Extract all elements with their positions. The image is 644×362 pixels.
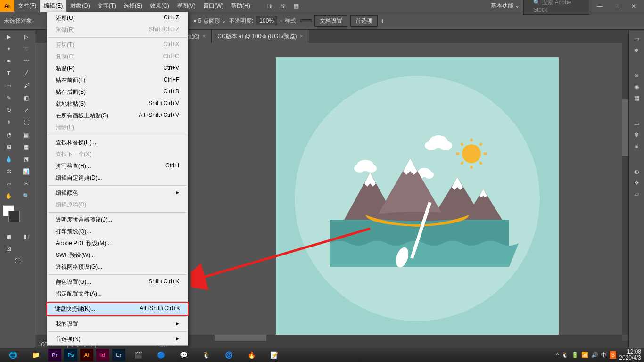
tray-ime-icon[interactable]: 中 [601,351,607,359]
tray-volume-icon[interactable]: 🔊 [591,352,598,358]
cc-icon[interactable]: ∞ [635,72,639,79]
libraries-icon[interactable]: ♣ [635,47,638,53]
movie-icon[interactable]: 🎬 [128,349,148,361]
menu-cut[interactable]: 剪切(T)Ctrl+X [47,39,188,51]
lasso-tool[interactable]: ➰ [17,43,35,55]
lightroom-icon[interactable]: Lr [112,349,125,361]
menu-undo[interactable]: 还原(U)Ctrl+Z [47,12,188,24]
line-tool[interactable]: ╱ [17,67,35,80]
magic-wand-tool[interactable]: ✦ [0,43,17,55]
menu-edit-colors[interactable]: 编辑颜色▸ [47,187,188,199]
perspective-tool[interactable]: ▦ [17,129,35,141]
menu-edit[interactable]: 编辑(E) [40,0,66,12]
menu-paste-back[interactable]: 贴在后面(B)Ctrl+B [47,86,188,98]
brush-icon[interactable]: ▭ [634,120,639,127]
blend-tool[interactable]: ⬔ [17,153,35,165]
menu-view[interactable]: 视图(V) [173,0,199,12]
swatch-icon[interactable]: ▦ [634,95,639,101]
transparency-icon[interactable]: ◐ [634,168,639,175]
type-tool[interactable]: T [0,67,17,80]
direct-selection-tool[interactable]: ▷ [17,31,35,43]
stroke-swatch[interactable] [8,211,20,222]
stroke-profile[interactable]: ● 5 点圆形 ⌄ [193,17,226,25]
indesign-icon[interactable]: Id [96,349,109,361]
menu-transparency-preset[interactable]: 透明度拼合器预设(J)... [47,214,188,226]
symbol-icon[interactable]: ✾ [634,132,639,138]
rectangle-tool[interactable]: ▭ [0,80,17,92]
menu-help[interactable]: 帮助(H) [227,0,254,12]
clock[interactable]: 12:08 2020/4/3 [619,349,641,361]
menu-object[interactable]: 对象(O) [66,0,93,12]
artboards-icon[interactable]: ▱ [635,191,639,197]
menu-effect[interactable]: 效果(C) [146,0,173,12]
menu-paste-in-place[interactable]: 就地粘贴(S)Shift+Ctrl+V [47,98,188,110]
close-icon[interactable]: × [202,33,206,40]
menu-clear[interactable]: 清除(L) [47,122,188,133]
gradient-tool[interactable]: ▦ [17,141,35,153]
menu-type[interactable]: 文字(T) [94,0,120,12]
minimize-button[interactable]: — [593,1,606,11]
stock-icon[interactable]: St [277,1,290,11]
properties-icon[interactable]: ▭ [634,35,639,42]
paintbrush-tool[interactable]: 🖌 [17,80,35,92]
tray-battery-icon[interactable]: 🔋 [571,352,578,358]
scroll-thumb[interactable] [622,99,628,156]
tray-wifi-icon[interactable]: 📶 [581,352,588,358]
shaper-tool[interactable]: ✎ [0,92,17,104]
fire-icon[interactable]: 🔥 [241,349,261,361]
menu-select[interactable]: 选择(S) [120,0,146,12]
color-mode[interactable]: ◼ [0,230,17,243]
chat-icon[interactable]: 💬 [173,349,193,361]
chrome-icon[interactable]: 🌀 [219,349,239,361]
shape-builder-tool[interactable]: ◔ [0,129,17,141]
ball-icon[interactable]: 🔵 [151,349,171,361]
mesh-tool[interactable]: ⊞ [0,141,17,153]
menu-find-next[interactable]: 查找下一个(X) [47,148,188,160]
menu-edit-original[interactable]: 编辑原稿(O) [47,199,188,211]
menu-paste[interactable]: 粘贴(P)Ctrl+V [47,63,188,74]
artboard-tool[interactable]: ▱ [0,178,17,190]
premiere-icon[interactable]: Pr [48,349,61,361]
tray-qq-icon[interactable]: 🐧 [561,352,569,358]
scroll-thumb[interactable] [215,335,266,341]
gradient-mode[interactable]: ◧ [17,230,35,243]
menu-my-settings[interactable]: 我的设置▸ [47,318,188,330]
menu-window[interactable]: 窗口(W) [199,0,227,12]
menu-copy[interactable]: 复制(C)Ctrl+C [47,51,188,63]
qq-icon[interactable]: 🐧 [196,349,216,361]
rotate-tool[interactable]: ↻ [0,104,17,116]
opacity-input[interactable]: 100% [256,16,277,25]
menu-find-replace[interactable]: 查找和替换(E)... [47,137,188,148]
menu-spellcheck[interactable]: 拼写检查(H)...Ctrl+I [47,160,188,172]
browser-icon[interactable]: 🌐 [3,349,23,361]
maximize-button[interactable]: ☐ [610,1,623,11]
menu-paste-front[interactable]: 贴在前面(F)Ctrl+F [47,74,188,86]
curvature-tool[interactable]: 〰 [17,55,35,67]
workspace-switcher[interactable]: 基本功能 ⌄ [491,2,520,10]
scale-tool[interactable]: ⤢ [17,104,35,116]
menu-paste-all-artboards[interactable]: 在所有画板上粘贴(S)Alt+Shift+Ctrl+V [47,110,188,122]
menu-swf-preset[interactable]: SWF 预设(W)... [47,249,188,261]
close-button[interactable]: ✕ [627,1,640,11]
tray-expand-icon[interactable]: ^ [556,352,559,358]
menu-color-settings[interactable]: 颜色设置(G)...Shift+Ctrl+K [47,276,188,288]
notes-icon[interactable]: 📝 [264,349,284,361]
document-tab-2[interactable]: CC版本.ai @ 100% (RGB/预览)× [212,30,309,43]
selection-tool[interactable]: ▶ [0,31,17,43]
menu-perspective-preset[interactable]: 透视网格预设(G)... [47,261,188,273]
eraser-tool[interactable]: ◧ [17,92,35,104]
menu-redo[interactable]: 重做(R)Shift+Ctrl+Z [47,24,188,36]
symbol-sprayer-tool[interactable]: ✲ [0,165,17,178]
tray-sogou-icon[interactable]: S [610,351,616,359]
arrange-icon[interactable]: ▦ [290,1,303,11]
width-tool[interactable]: ⋔ [0,116,17,129]
menu-print-preset[interactable]: 打印预设(Q)... [47,226,188,238]
eyedropper-tool[interactable]: 💧 [0,153,17,165]
screen-mode[interactable]: ⛶ [0,255,35,267]
search-input[interactable]: 🔍 搜索 Adobe Stock [523,0,589,15]
style-swatch[interactable] [300,19,312,22]
menu-pdf-preset[interactable]: Adobe PDF 预设(M)... [47,238,188,249]
photoshop-icon[interactable]: Ps [64,349,77,361]
color-swatches[interactable] [0,202,35,230]
illustrator-icon[interactable]: Ai [80,349,93,361]
